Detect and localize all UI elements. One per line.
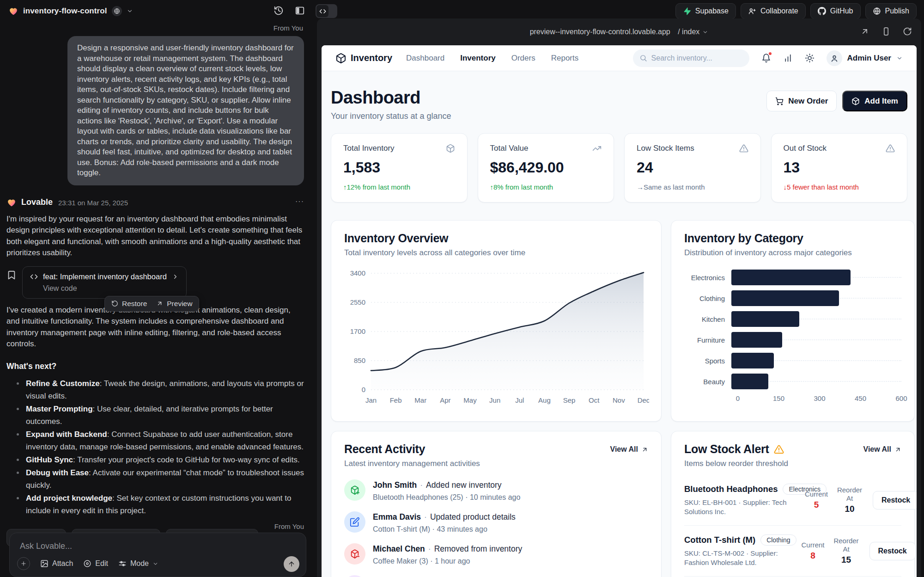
app-window: Inventory DashboardInventoryOrdersReport… <box>322 45 917 577</box>
notification-dot <box>768 51 772 56</box>
refresh-icon[interactable] <box>903 27 912 36</box>
alert-triangle-icon <box>739 144 748 153</box>
panel-left-icon[interactable] <box>295 6 305 16</box>
topbar-button-label: GitHub <box>830 7 853 15</box>
bar <box>731 290 839 306</box>
svg-text:Feb: Feb <box>390 396 402 404</box>
bookmark-icon[interactable] <box>6 270 17 280</box>
message-menu-button[interactable]: ··· <box>295 197 304 206</box>
kpi-title: Out of Stock <box>784 144 827 153</box>
topbar-collaborate-button[interactable]: Collaborate <box>741 3 806 19</box>
category-badge: Clothing <box>760 534 796 546</box>
add-button[interactable] <box>17 557 30 570</box>
sliders-icon <box>118 559 127 568</box>
card-title: Low Stock Alert <box>684 442 769 456</box>
whats-next-item: GitHub Sync: Transfer your project's cod… <box>6 454 304 466</box>
svg-text:Jun: Jun <box>489 396 500 404</box>
package-plus-icon <box>350 485 360 495</box>
trending-up-icon <box>592 144 602 153</box>
bar-label: Clothing <box>684 295 731 302</box>
page-subtitle: Your inventory status at a glance <box>331 111 451 121</box>
nav-link-inventory[interactable]: Inventory <box>460 54 496 63</box>
project-chevron-down-icon[interactable] <box>127 8 133 14</box>
bar <box>731 353 774 368</box>
app-brand[interactable]: Inventory <box>335 53 392 64</box>
activity-line: John Smith·Added new inventory <box>373 480 520 490</box>
truck-icon <box>344 575 365 577</box>
inventory-by-category-card: Inventory by Category Distribution of in… <box>671 220 915 422</box>
user-menu[interactable]: Admin User <box>827 50 903 66</box>
arrow-up-icon <box>288 560 295 568</box>
arrow-up-right-icon <box>156 300 163 307</box>
svg-text:Aug: Aug <box>538 396 551 404</box>
preview-button[interactable]: Preview <box>156 300 192 308</box>
chevron-right-icon <box>172 273 179 280</box>
bar-row-kitchen: Kitchen <box>684 311 901 327</box>
chat-composer[interactable]: Ask Lovable... Attach Edit Mode <box>9 533 306 577</box>
assistant-paragraph: I'm inspired by your request for an inve… <box>6 214 304 259</box>
theme-toggle-button[interactable] <box>805 53 815 63</box>
svg-text:Jul: Jul <box>515 396 524 404</box>
restock-button[interactable]: Restock <box>873 491 917 509</box>
notifications-button[interactable] <box>761 53 771 63</box>
code-view-toggle[interactable] <box>316 4 337 18</box>
target-icon <box>83 559 91 568</box>
project-title[interactable]: inventory-flow-control <box>23 6 107 16</box>
project-visibility-badge[interactable] <box>112 6 122 16</box>
restore-button[interactable]: Restore <box>111 300 147 308</box>
restore-icon <box>111 300 118 307</box>
reorder-value: 10 <box>833 504 866 514</box>
card-subtitle: Latest inventory management activities <box>344 459 480 468</box>
lovable-heart-icon <box>8 6 18 16</box>
package-icon <box>446 144 455 153</box>
attach-button[interactable]: Attach <box>40 559 73 568</box>
preview-url[interactable]: preview--inventory-flow-control.lovable.… <box>530 28 709 36</box>
svg-text:Mar: Mar <box>414 396 426 404</box>
nav-link-dashboard[interactable]: Dashboard <box>406 54 444 63</box>
from-you-label: From You <box>274 522 304 530</box>
search-input[interactable]: Search inventory... <box>633 49 749 67</box>
new-order-button[interactable]: New Order <box>766 91 837 111</box>
topbar-github-button[interactable]: GitHub <box>810 3 861 19</box>
bar-axis-tick: 300 <box>814 394 825 402</box>
bar-label: Kitchen <box>684 315 731 323</box>
view-all-activity-link[interactable]: View All <box>610 445 648 454</box>
topbar-publish-button[interactable]: Publish <box>865 3 917 19</box>
chart-subtitle: Distribution of inventory across major c… <box>684 248 901 258</box>
add-item-button[interactable]: Add Item <box>842 91 907 111</box>
kpi-value: $86,429.00 <box>490 159 602 176</box>
activity-list: John Smith·Added new inventoryBluetooth … <box>344 479 648 577</box>
code-card[interactable]: feat: Implement inventory dashboard View… <box>22 266 187 299</box>
kpi-card: Total Inventory1,583↑12% from last month <box>331 133 468 203</box>
send-button[interactable] <box>284 556 299 572</box>
restock-button[interactable]: Restock <box>869 542 916 560</box>
nav-link-orders[interactable]: Orders <box>511 54 535 63</box>
view-code-link[interactable]: View code <box>43 284 179 293</box>
image-icon <box>40 559 49 568</box>
analytics-button[interactable] <box>783 53 793 63</box>
mode-button[interactable]: Mode <box>118 559 158 568</box>
card-title: Recent Activity <box>344 442 480 456</box>
code-icon <box>319 8 326 15</box>
history-icon[interactable] <box>274 6 284 16</box>
open-external-icon[interactable] <box>860 27 869 36</box>
activity-item: John Smith·Added new inventoryBluetooth … <box>344 479 648 502</box>
edit-icon <box>350 517 360 527</box>
view-all-low-stock-link[interactable]: View All <box>863 445 901 454</box>
topbar-supabase-button[interactable]: Supabase <box>675 3 736 19</box>
card-subtitle: Items below reorder threshold <box>684 459 788 468</box>
kpi-delta: ↑8% from last month <box>490 183 602 191</box>
bar-axis-tick: 450 <box>855 394 866 402</box>
nav-link-reports[interactable]: Reports <box>551 54 579 63</box>
package-icon <box>335 53 346 64</box>
lovable-heart-icon <box>6 197 17 208</box>
svg-text:Dec: Dec <box>638 396 649 404</box>
edit-button[interactable]: Edit <box>83 559 108 568</box>
whats-next-item: Refine & Customize: Tweak the design, an… <box>6 377 304 402</box>
mobile-view-icon[interactable] <box>881 27 891 36</box>
alert-triangle-icon <box>774 444 784 454</box>
activity-line: Michael Chen·Removed from inventory <box>373 544 522 554</box>
inventory-overview-chart: 0850170025503400JanFebMarAprMayJunJulAug… <box>344 264 649 408</box>
composer-placeholder[interactable]: Ask Lovable... <box>20 541 296 551</box>
code-card-title: feat: Implement inventory dashboard <box>43 272 167 281</box>
